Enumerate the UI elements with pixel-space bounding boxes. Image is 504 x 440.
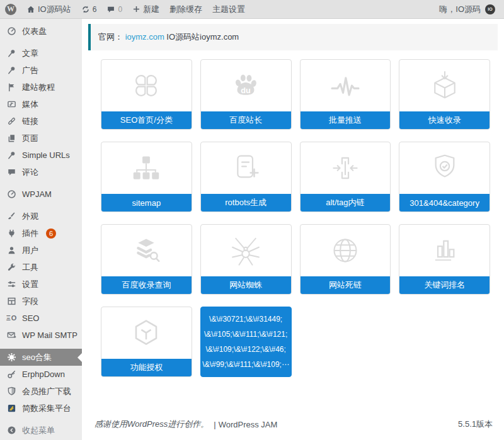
- sidebar-item-label: 用户: [22, 245, 38, 256]
- entity-line: \&\#99;\&\#111;\&\#109;⋯: [202, 360, 290, 369]
- card-redirect-301-404[interactable]: 301&404&category: [399, 142, 490, 212]
- sidebar-menu: 仪表盘文章广告建站教程媒体链接页面Simple URLs评论WPJAM外观插件6…: [0, 23, 82, 439]
- sidebar-item-label: 设置: [22, 279, 38, 290]
- svg-text:du: du: [241, 86, 250, 95]
- sidebar-item-label: 页面: [22, 133, 38, 144]
- spider-icon: [201, 225, 291, 276]
- sidebar-item-media[interactable]: 媒体: [0, 96, 82, 113]
- sidebar-item-simple-urls[interactable]: Simple URLs: [0, 147, 82, 164]
- new-content-button[interactable]: 新建: [127, 0, 164, 18]
- greeting-text: 嗨，IO源码: [439, 4, 481, 15]
- sidebar-item-tools[interactable]: 工具: [0, 259, 82, 276]
- box-receive-icon: [399, 60, 490, 111]
- card-seo-home-category[interactable]: SEO首页/分类: [101, 59, 192, 130]
- sidebar-item-site-tutorials[interactable]: 建站教程: [0, 79, 82, 96]
- sidebar-item-label: 评论: [22, 167, 38, 178]
- sidebar-item-seo[interactable]: ΞOSEO: [0, 310, 82, 327]
- sidebar-item-label: 建站教程: [22, 82, 55, 93]
- sidebar-item-dashboard[interactable]: 仪表盘: [0, 23, 82, 40]
- clear-cache-button[interactable]: 删除缓存: [164, 0, 207, 18]
- layers-search-icon: [101, 225, 192, 276]
- sidebar-item-seo-collection[interactable]: seo合集: [0, 349, 82, 366]
- baidu-paw-icon: du: [201, 60, 291, 111]
- theme-settings-button[interactable]: 主题设置: [207, 0, 250, 18]
- link-icon: [6, 116, 17, 127]
- sidebar-item-wpjam[interactable]: WPJAM: [0, 186, 82, 203]
- sidebar-item-label: WP Mail SMTP: [22, 330, 77, 341]
- sidebar-item-appearance[interactable]: 外观: [0, 208, 82, 225]
- sidebar-item-erphpdown[interactable]: ErphpDown: [0, 366, 82, 383]
- card-label: sitemap: [101, 194, 192, 212]
- card-label: 网站蜘蛛: [201, 276, 291, 294]
- card-robots-generate[interactable]: rotbots生成: [200, 142, 292, 212]
- sidebar: 仪表盘文章广告建站教程媒体链接页面Simple URLs评论WPJAM外观插件6…: [0, 19, 82, 440]
- version-text: 5.5.1版本: [458, 419, 493, 430]
- gauge-icon: [6, 26, 17, 37]
- sidebar-item-collapse-menu[interactable]: 收起菜单: [0, 422, 82, 439]
- sidebar-item-jianshu-collector[interactable]: 简数采集平台: [0, 400, 82, 417]
- shield-icon: [6, 386, 17, 397]
- card-label: alt/tag内链: [301, 194, 391, 212]
- sidebar-item-plugins[interactable]: 插件6: [0, 225, 82, 242]
- updates-indicator[interactable]: 6: [76, 0, 102, 18]
- card-label: 百度站长: [201, 111, 291, 129]
- sidebar-item-settings[interactable]: 设置: [0, 276, 82, 293]
- card-batch-push[interactable]: 批量推送: [300, 59, 391, 130]
- card-site-spider[interactable]: 网站蜘蛛: [200, 224, 292, 295]
- account-menu[interactable]: 嗨，IO源码 IO: [439, 4, 504, 15]
- card-label: 批量推送: [301, 111, 391, 129]
- sidebar-item-label: seo合集: [22, 352, 52, 363]
- card-keyword-rank[interactable]: 关键词排名: [399, 224, 490, 295]
- sliders-icon: [6, 279, 17, 290]
- sidebar-item-label: 广告: [22, 65, 38, 76]
- card-sitemap[interactable]: sitemap: [101, 142, 192, 212]
- sidebar-item-fields[interactable]: 字段: [0, 293, 82, 310]
- card-fast-include[interactable]: 快速收录: [399, 59, 490, 130]
- card-entity-card[interactable]: \&\#30721;\&\#31449;\&\#105;\&\#111;\&\#…: [200, 307, 292, 377]
- key-icon: [6, 369, 17, 380]
- entity-line: \&\#30721;\&\#31449;: [202, 315, 290, 324]
- card-alt-tag-innerlink[interactable]: alt/tag内链: [300, 142, 391, 212]
- sidebar-item-member-promo-download[interactable]: 会员推广下载: [0, 383, 82, 400]
- sidebar-item-comments[interactable]: 评论: [0, 164, 82, 181]
- sidebar-item-label: SEO: [22, 313, 39, 324]
- current-item-arrow: [77, 353, 82, 362]
- brush-icon: [6, 211, 17, 222]
- sidebar-item-label: Simple URLs: [22, 150, 70, 161]
- table-icon: [6, 296, 17, 307]
- plugin-update-badge: 6: [46, 228, 56, 239]
- collector-icon: [6, 403, 17, 414]
- sidebar-item-label: 收起菜单: [22, 425, 55, 436]
- sidebar-item-posts[interactable]: 文章: [0, 45, 82, 62]
- sidebar-item-wp-mail-smtp[interactable]: WP Mail SMTP: [0, 327, 82, 344]
- notice-suffix: IO源码站ioymz.com: [164, 32, 239, 42]
- site-link[interactable]: IO源码站: [21, 0, 76, 18]
- comments-indicator[interactable]: 0: [101, 0, 127, 18]
- card-baidu-include-query[interactable]: 百度收录查询: [101, 224, 192, 295]
- gear-icon: [6, 352, 17, 363]
- official-site-notice: 官网： ioymz.com IO源码站ioymz.com: [88, 24, 498, 50]
- merge-icon: [301, 142, 391, 194]
- theme-settings-label: 主题设置: [212, 4, 245, 15]
- card-label: 快速收录: [399, 111, 490, 129]
- pin-icon: [6, 150, 17, 161]
- card-site-deadlink[interactable]: 网站死链: [300, 224, 391, 295]
- main-layout: 仪表盘文章广告建站教程媒体链接页面Simple URLs评论WPJAM外观插件6…: [0, 19, 504, 440]
- sidebar-item-ads[interactable]: 广告: [0, 62, 82, 79]
- new-content-label: 新建: [143, 4, 159, 15]
- card-function-license[interactable]: 功能授权: [101, 307, 192, 377]
- official-site-link[interactable]: ioymz.com: [125, 32, 164, 42]
- entity-line: \&\#109;\&\#122;\&\#46;: [202, 345, 290, 354]
- entity-line: \&\#105;\&\#111;\&\#121;: [202, 330, 290, 339]
- wordpress-menu[interactable]: W: [0, 0, 21, 18]
- card-label: SEO首页/分类: [101, 111, 192, 129]
- sidebar-item-label: 会员推广下载: [22, 386, 71, 397]
- wordpress-logo-icon: W: [5, 4, 16, 15]
- sidebar-item-links[interactable]: 链接: [0, 113, 82, 130]
- footer-thanks-link[interactable]: 感谢使用WordPress进行创作。: [94, 419, 209, 430]
- sidebar-item-users[interactable]: 用户: [0, 242, 82, 259]
- card-baidu-webmaster[interactable]: du百度站长: [200, 59, 292, 130]
- user-icon: [6, 245, 17, 256]
- sidebar-item-pages[interactable]: 页面: [0, 130, 82, 147]
- sidebar-item-label: 外观: [22, 211, 38, 222]
